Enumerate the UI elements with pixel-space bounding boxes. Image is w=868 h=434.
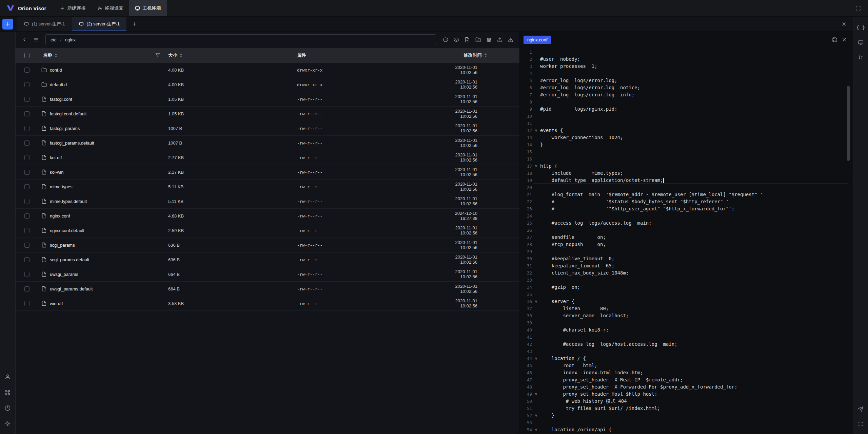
code-line[interactable]: 38 server_name localhost;: [520, 312, 853, 319]
add-tab-button[interactable]: [130, 19, 140, 29]
file-name[interactable]: uwsgi_params: [50, 272, 78, 277]
code-area[interactable]: 12#user nobody;3worker_processes 1;45#er…: [520, 48, 853, 434]
file-name[interactable]: nginx.conf: [50, 213, 70, 219]
back-button[interactable]: [20, 35, 29, 44]
table-row[interactable]: scgi_params 636 B -rw-r--r-- 2020-11-01 …: [16, 238, 519, 252]
settings-button[interactable]: [0, 416, 16, 431]
code-line[interactable]: 54∨ location /orion/api {: [520, 426, 853, 433]
sort-size-icon[interactable]: [180, 53, 182, 57]
code-line[interactable]: 23 # '"$http_user_agent" "$http_x_forwar…: [520, 205, 853, 212]
code-line[interactable]: 4: [520, 70, 853, 77]
code-line[interactable]: 26: [520, 227, 853, 234]
fold-chevron-icon[interactable]: ∨: [532, 355, 540, 362]
code-line[interactable]: 13 worker_connections 1024;: [520, 134, 853, 141]
table-row[interactable]: nginx.conf 4.68 KB -rw-r--r-- 2024-12-10…: [16, 209, 519, 223]
code-line[interactable]: 20: [520, 184, 853, 191]
menu-item-terminal-settings[interactable]: 终端设置: [92, 0, 129, 16]
file-name[interactable]: nginx.conf.default: [50, 228, 84, 233]
code-line[interactable]: 46 index index.html index.htm;: [520, 369, 853, 376]
file-name[interactable]: fastcgi.conf: [50, 97, 72, 102]
code-line[interactable]: 10: [520, 113, 853, 120]
file-name[interactable]: fastcgi.conf.default: [50, 111, 86, 116]
code-line[interactable]: 30 #keepalive_timeout 0;: [520, 255, 853, 262]
code-line[interactable]: 52∨ }: [520, 412, 853, 419]
appearance-button[interactable]: [0, 400, 16, 416]
code-line[interactable]: 25 #access_log logs/access.log main;: [520, 220, 853, 227]
table-row[interactable]: uwsgi_params 664 B -rw-r--r-- 2020-11-01…: [16, 267, 519, 282]
close-panel-button[interactable]: [839, 19, 849, 29]
code-line[interactable]: 49∨ proxy_set_header Host $http_host;: [520, 391, 853, 398]
row-checkbox[interactable]: [24, 97, 29, 102]
file-name[interactable]: scgi_params.default: [50, 257, 89, 262]
user-info-button[interactable]: [0, 369, 16, 384]
row-checkbox[interactable]: [24, 184, 29, 189]
file-name[interactable]: default.d: [50, 82, 67, 87]
table-row[interactable]: fastcgi.conf.default 1.05 KB -rw-r--r-- …: [16, 107, 519, 121]
list-view-button[interactable]: [31, 35, 41, 44]
file-name[interactable]: koi-utf: [50, 155, 62, 160]
code-line[interactable]: 32 client_max_body_size 1048m;: [520, 269, 853, 277]
code-line[interactable]: 40 #charset koi8-r;: [520, 326, 853, 334]
fold-chevron-icon[interactable]: ∨: [532, 391, 540, 398]
code-line[interactable]: 14}: [520, 141, 853, 148]
table-row[interactable]: koi-utf 2.77 KB -rw-r--r-- 2020-11-01 10…: [16, 150, 519, 165]
table-row[interactable]: fastcgi_params.default 1007 B -rw-r--r--…: [16, 136, 519, 150]
code-line[interactable]: 45 root html;: [520, 362, 853, 369]
code-line[interactable]: 41: [520, 334, 853, 341]
download-button[interactable]: [506, 35, 515, 44]
tab-server-1[interactable]: (1) server-生产-1: [17, 17, 72, 31]
code-line[interactable]: 29: [520, 248, 853, 255]
table-row[interactable]: mime.types.default 5.11 KB -rw-r--r-- 20…: [16, 194, 519, 209]
sort-mtime-icon[interactable]: [484, 53, 487, 57]
row-checkbox[interactable]: [24, 213, 29, 219]
code-line[interactable]: 53: [520, 419, 853, 426]
new-connection-tile-button[interactable]: [2, 19, 13, 30]
file-name[interactable]: conf.d: [50, 68, 62, 73]
row-checkbox[interactable]: [24, 68, 29, 73]
file-name[interactable]: mime.types: [50, 184, 72, 189]
code-line[interactable]: 51 try_files $uri $uri/ /index.html;: [520, 405, 853, 412]
table-row[interactable]: scgi_params.default 636 B -rw-r--r-- 202…: [16, 252, 519, 267]
code-line[interactable]: 9#pid logs/nginx.pid;: [520, 106, 853, 113]
row-checkbox[interactable]: [24, 126, 29, 131]
code-line[interactable]: 24: [520, 212, 853, 220]
tab-server-2[interactable]: (2) server-生产-1: [72, 17, 127, 31]
table-row[interactable]: nginx.conf.default 2.59 KB -rw-r--r-- 20…: [16, 223, 519, 238]
row-checkbox[interactable]: [24, 82, 29, 87]
new-file-button[interactable]: [462, 35, 472, 44]
code-line[interactable]: 22 # '$status $body_bytes_sent "$http_re…: [520, 198, 853, 205]
row-checkbox[interactable]: [24, 257, 29, 262]
code-line[interactable]: 11: [520, 120, 853, 127]
file-name[interactable]: mime.types.default: [50, 199, 87, 204]
fold-chevron-icon[interactable]: ∨: [532, 163, 540, 170]
code-line[interactable]: 18 include mime.types;: [520, 170, 853, 177]
row-checkbox[interactable]: [24, 272, 29, 277]
code-line[interactable]: 37 listen 80;: [520, 305, 853, 312]
select-all-checkbox[interactable]: [24, 53, 29, 58]
screenshot-button[interactable]: [853, 416, 868, 431]
code-line[interactable]: 12∨events {: [520, 127, 853, 134]
breadcrumb-item-nginx[interactable]: nginx: [65, 37, 76, 42]
row-checkbox[interactable]: [24, 111, 29, 116]
table-row[interactable]: uwsgi_params.default 664 B -rw-r--r-- 20…: [16, 282, 519, 296]
editor-scrollbar[interactable]: [847, 86, 850, 161]
filter-icon[interactable]: [155, 53, 160, 58]
code-line[interactable]: 27 sendfile on;: [520, 234, 853, 241]
row-checkbox[interactable]: [24, 155, 29, 160]
code-line[interactable]: 7#error_log logs/error.log info;: [520, 91, 853, 98]
breadcrumb[interactable]: etc / nginx: [45, 34, 436, 45]
menu-item-host-terminal[interactable]: 主机终端: [129, 0, 167, 16]
refresh-button[interactable]: [441, 35, 450, 44]
code-line[interactable]: 50 # web history 模式 404: [520, 398, 853, 405]
code-line[interactable]: 44∨ location / {: [520, 355, 853, 362]
row-checkbox[interactable]: [24, 140, 29, 146]
row-checkbox[interactable]: [24, 170, 29, 175]
send-command-button[interactable]: [853, 401, 868, 416]
table-row[interactable]: fastcgi.conf 1.05 KB -rw-r--r-- 2020-11-…: [16, 92, 519, 107]
fold-chevron-icon[interactable]: ∨: [532, 412, 540, 419]
code-line[interactable]: 36∨ server {: [520, 298, 853, 305]
code-line[interactable]: 1: [520, 49, 853, 56]
file-name[interactable]: scgi_params: [50, 243, 75, 248]
transfer-list-button[interactable]: [853, 50, 868, 65]
file-name[interactable]: fastcgi_params: [50, 126, 80, 131]
